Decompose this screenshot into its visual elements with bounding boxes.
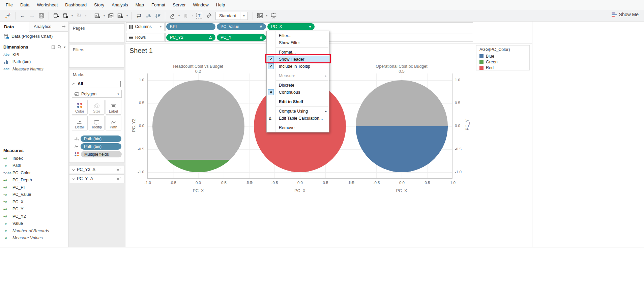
- label-button[interactable]: Label: [106, 100, 121, 115]
- field-number-of-records[interactable]: #Number of Records: [0, 227, 68, 235]
- highlight-button[interactable]: [168, 11, 177, 20]
- view-mode-caret[interactable]: ▾: [240, 12, 247, 20]
- field-measure-values[interactable]: #Measure Values: [0, 235, 68, 242]
- tab-data[interactable]: Data: [0, 22, 29, 32]
- marks-grid-icon[interactable]: [120, 81, 121, 87]
- clear-sheet-button[interactable]: [116, 11, 125, 20]
- menu-item-edit-in-shelf[interactable]: Edit in Shelf: [267, 98, 329, 105]
- sort-ascending-button[interactable]: [144, 11, 153, 20]
- columns-shelf[interactable]: KPI PC_Value Δ PC_X ▾: [165, 22, 473, 31]
- field-pc-pi[interactable]: =#PC_PI: [0, 184, 68, 191]
- group-members-caret[interactable]: ▾: [191, 14, 195, 17]
- progress-circle-operational[interactable]: [356, 80, 448, 172]
- menu-window[interactable]: Window: [189, 0, 212, 10]
- tooltip-button[interactable]: Tooltip: [89, 116, 105, 130]
- mark-type-caret[interactable]: ▾: [117, 92, 119, 96]
- new-worksheet-caret[interactable]: ▾: [102, 14, 106, 17]
- menu-item-filter[interactable]: Filter...: [267, 32, 329, 39]
- sort-descending-button[interactable]: [153, 11, 163, 20]
- menu-server[interactable]: Server: [169, 0, 189, 10]
- collapse-chevron-icon[interactable]: [72, 83, 75, 86]
- menu-analysis[interactable]: Analysis: [108, 0, 131, 10]
- legend-item-red[interactable]: Red: [479, 65, 529, 70]
- progress-circle-headcount[interactable]: [152, 80, 244, 172]
- view-data-grid-icon[interactable]: [52, 46, 55, 49]
- pc-y-measure-card[interactable]: PC_Y Δ: [69, 174, 124, 183]
- menu-item-edit-table-calculation[interactable]: Δ Edit Table Calculation...: [267, 115, 329, 122]
- field-path-bin[interactable]: Path (bin): [0, 58, 68, 66]
- field-kpi[interactable]: Abc KPI: [0, 51, 68, 58]
- field-pc-value[interactable]: =#PC_Value: [0, 191, 68, 199]
- show-mark-labels-button[interactable]: T: [195, 11, 204, 20]
- field-pc-y[interactable]: =#PC_Y: [0, 206, 68, 213]
- redo-button[interactable]: →: [27, 11, 37, 20]
- pill-pc-x[interactable]: PC_X ▾: [267, 23, 315, 30]
- size-button[interactable]: Size: [89, 100, 105, 115]
- run-update-button[interactable]: ↻: [74, 11, 84, 20]
- field-pc-x[interactable]: =#PC_X: [0, 198, 68, 206]
- run-update-caret[interactable]: ▾: [84, 14, 88, 17]
- legend-item-green[interactable]: Green: [479, 59, 529, 65]
- field-pc-color[interactable]: =AbcPC_Color: [0, 169, 68, 177]
- pill-menu-caret[interactable]: ▾: [309, 25, 311, 29]
- field-index[interactable]: =#Index: [0, 155, 68, 162]
- menu-item-discrete[interactable]: Discrete: [267, 82, 329, 89]
- menu-worksheet[interactable]: Worksheet: [33, 0, 61, 10]
- tab-analytics[interactable]: Analytics: [29, 22, 60, 32]
- menu-dashboard[interactable]: Dashboard: [61, 0, 90, 10]
- pane-pin-icon[interactable]: [62, 25, 65, 28]
- field-pc-depth[interactable]: =#PC_Depth: [0, 177, 68, 184]
- menu-map[interactable]: Map: [132, 0, 148, 10]
- new-data-source-button[interactable]: [51, 11, 61, 20]
- menu-item-include-in-tooltip[interactable]: ✓ Include in Tooltip: [267, 63, 329, 70]
- field-measure-names[interactable]: Abc Measure Names: [0, 65, 68, 73]
- pill-pc-y2[interactable]: PC_Y2 Δ: [166, 34, 215, 41]
- pill-kpi[interactable]: KPI: [166, 23, 215, 30]
- menu-help[interactable]: Help: [212, 0, 229, 10]
- duplicate-sheet-button[interactable]: [106, 11, 116, 20]
- field-value[interactable]: #Value: [0, 220, 68, 228]
- data-source-row[interactable]: Data (Progress Chart): [0, 32, 68, 41]
- menu-item-remove[interactable]: Remove: [267, 124, 329, 131]
- view-mode-dropdown[interactable]: Standard ▾: [215, 12, 248, 20]
- pause-auto-updates-button[interactable]: [61, 11, 70, 20]
- fields-menu-caret[interactable]: ▾: [64, 46, 65, 49]
- clear-sheet-caret[interactable]: ▾: [125, 14, 129, 17]
- new-worksheet-button[interactable]: [93, 11, 102, 20]
- save-button[interactable]: [37, 11, 46, 20]
- menu-data[interactable]: Data: [17, 0, 33, 10]
- group-members-button[interactable]: [181, 11, 191, 20]
- pages-shelf[interactable]: Pages: [69, 23, 124, 43]
- color-button[interactable]: Color: [72, 100, 88, 115]
- field-path[interactable]: #Path: [0, 162, 68, 170]
- pill-pc-y[interactable]: PC_Y Δ: [217, 34, 266, 41]
- show-hide-cards-button[interactable]: [255, 11, 265, 20]
- expand-chevron-icon[interactable]: [72, 177, 75, 180]
- expand-chevron-icon[interactable]: [72, 168, 75, 171]
- show-me-button[interactable]: Show Me: [612, 12, 639, 17]
- menu-format[interactable]: Format: [148, 0, 169, 10]
- menu-file[interactable]: File: [2, 0, 17, 10]
- menu-item-compute-using[interactable]: Compute Using ▸: [267, 108, 329, 115]
- legend-item-blue[interactable]: Blue: [479, 53, 529, 59]
- highlight-caret[interactable]: ▾: [177, 14, 181, 17]
- columns-shelf-caret[interactable]: ▾: [160, 25, 162, 28]
- pause-auto-updates-caret[interactable]: ▾: [70, 14, 74, 17]
- field-pc-y2[interactable]: =#PC_Y2: [0, 213, 68, 220]
- mark-type-dropdown[interactable]: Polygon ▾: [72, 90, 122, 98]
- show-hide-cards-caret[interactable]: ▾: [265, 14, 269, 17]
- presentation-mode-button[interactable]: [269, 11, 278, 20]
- columns-shelf-label-box[interactable]: Columns ▾: [126, 22, 165, 31]
- path-button[interactable]: Path: [106, 116, 121, 130]
- search-icon[interactable]: [57, 45, 62, 49]
- undo-button[interactable]: ←: [18, 11, 27, 20]
- menu-story[interactable]: Story: [90, 0, 108, 10]
- menu-item-continuous[interactable]: Continuous: [267, 89, 329, 96]
- detail-button[interactable]: Detail: [72, 116, 88, 130]
- marks-pill-path-bin[interactable]: Path (bin): [81, 136, 121, 142]
- menu-item-show-filter[interactable]: Show Filter: [267, 39, 329, 46]
- rows-shelf-label-box[interactable]: Rows: [126, 33, 165, 42]
- marks-pill-multiple-fields[interactable]: Multiple fields: [81, 151, 122, 157]
- fix-axes-pin-button[interactable]: [204, 11, 213, 20]
- filters-shelf[interactable]: Filters: [69, 45, 124, 68]
